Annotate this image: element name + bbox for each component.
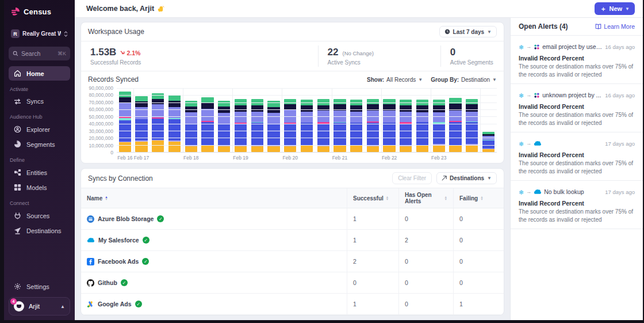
stacked-bar[interactable] bbox=[119, 92, 131, 152]
stacked-bar[interactable] bbox=[284, 99, 296, 153]
workspace-switcher[interactable]: R Really Great Worksp... bbox=[9, 26, 70, 41]
alert-item[interactable]: ❄→email project by user...16 days agoInv… bbox=[511, 36, 643, 84]
bar-slot bbox=[216, 88, 232, 152]
show-filter-dropdown[interactable]: Show: All Records ▼ bbox=[367, 77, 423, 83]
sidebar-item-destinations[interactable]: Destinations bbox=[9, 223, 70, 238]
group-by-label: Group By: bbox=[431, 77, 459, 83]
sidebar-item-explorer[interactable]: Explorer bbox=[9, 122, 70, 136]
x-tick-label bbox=[365, 155, 381, 161]
stat-top: 1.53B2.1% bbox=[90, 47, 309, 58]
stat-top: 22(No Change) bbox=[328, 47, 431, 58]
x-tick-label bbox=[414, 155, 431, 161]
stacked-bar[interactable] bbox=[201, 97, 213, 152]
sidebar-item-syncs[interactable]: Syncs bbox=[9, 94, 70, 108]
stacked-bar[interactable] bbox=[301, 100, 313, 152]
bar-segment-blue bbox=[449, 122, 461, 145]
stacked-bar[interactable] bbox=[317, 99, 329, 153]
user-menu[interactable]: 4 Arjit ▲ bbox=[9, 297, 70, 316]
sidebar-item-settings[interactable]: Settings bbox=[9, 279, 70, 294]
alert-item[interactable]: ❄→unknown project by ...16 days agoInval… bbox=[511, 84, 643, 132]
bar-slot bbox=[298, 88, 315, 152]
sidebar-item-label: Segments bbox=[26, 141, 55, 148]
stacked-bar[interactable] bbox=[416, 100, 428, 152]
y-tick-label: 10,000,000 bbox=[89, 143, 113, 149]
bar-segment-amber bbox=[251, 146, 263, 152]
census-logo[interactable]: Census bbox=[4, 0, 75, 22]
stacked-bar[interactable] bbox=[466, 99, 478, 153]
alert-sync-title: No bulk lookup bbox=[544, 188, 584, 195]
table-row[interactable]: My Salesforce✓120 bbox=[81, 230, 504, 251]
group-by-dropdown[interactable]: Group By: Destination ▼ bbox=[431, 77, 497, 83]
failing-cell: 0 bbox=[453, 208, 504, 229]
sidebar-item-home[interactable]: Home bbox=[9, 66, 70, 81]
bar-segment-green bbox=[466, 99, 478, 105]
new-button[interactable]: ＋ New ▼ bbox=[595, 2, 635, 15]
usage-card-title: Workspace Usage bbox=[88, 28, 144, 36]
alerts-list: ❄→email project by user...16 days agoInv… bbox=[511, 36, 643, 229]
bar-segment-periwinkle bbox=[235, 112, 247, 123]
snowflake-icon: ❄ bbox=[519, 138, 524, 149]
gridline bbox=[117, 102, 497, 103]
sort-icon: ▲▼ bbox=[444, 196, 447, 200]
usage-stat: 1.53B2.1%Successful Records bbox=[81, 45, 318, 67]
bar-segment-amber bbox=[301, 146, 313, 152]
stacked-bar[interactable] bbox=[251, 99, 263, 153]
bar-segment-navy bbox=[317, 105, 329, 111]
bar-segment-blue bbox=[433, 124, 445, 145]
learn-more-link[interactable]: Learn More bbox=[595, 23, 635, 30]
bar-segment-blue bbox=[235, 124, 247, 146]
stacked-bar[interactable] bbox=[334, 99, 346, 153]
bar-segment-navy bbox=[251, 105, 263, 112]
bar-slot bbox=[414, 88, 431, 152]
stacked-bar[interactable] bbox=[350, 100, 362, 152]
stacked-bar[interactable] bbox=[482, 132, 494, 152]
table-row[interactable]: Github✓000 bbox=[81, 272, 504, 294]
alert-sync-title: unknown project by ... bbox=[542, 92, 601, 98]
bar-segment-blue bbox=[416, 122, 428, 145]
github-icon bbox=[87, 279, 94, 287]
trend-down-icon bbox=[120, 50, 125, 55]
snowflake-icon: ❄ bbox=[519, 140, 524, 147]
stacked-bar[interactable] bbox=[367, 99, 379, 153]
stacked-bar[interactable] bbox=[400, 100, 412, 152]
sidebar-item-entities[interactable]: Entities bbox=[9, 165, 70, 180]
table-row[interactable]: Azure Blob Storage✓100 bbox=[81, 208, 504, 230]
column-header-name[interactable]: Name▲▼ bbox=[81, 188, 347, 208]
alert-item[interactable]: ❄→17 days agoInvalid Record PercentThe s… bbox=[511, 132, 643, 181]
search-input[interactable]: Search ⌘K bbox=[9, 47, 70, 60]
day-separator bbox=[133, 88, 134, 152]
x-tick-label: Feb 18 bbox=[183, 155, 200, 161]
chevron-down-icon: ▼ bbox=[487, 29, 492, 35]
clear-filter-button[interactable]: Clear Filter bbox=[392, 172, 432, 184]
column-header-failing[interactable]: Failing▲▼ bbox=[453, 188, 504, 208]
stacked-bar[interactable] bbox=[235, 99, 247, 153]
bar-segment-green bbox=[367, 99, 379, 105]
table-row[interactable]: Google Ads✓101 bbox=[81, 294, 504, 315]
x-tick-label: Feb 23 bbox=[431, 155, 447, 161]
alert-timestamp: 16 days ago bbox=[605, 92, 635, 98]
sidebar-item-sources[interactable]: Sources bbox=[9, 208, 70, 223]
sidebar-item-segments[interactable]: Segments bbox=[9, 137, 70, 151]
column-header-has-open-alerts[interactable]: Has Open Alerts▲▼ bbox=[398, 188, 453, 208]
table-row[interactable]: Facebook Ads✓200 bbox=[81, 251, 504, 272]
workspace-usage-card: Workspace Usage Last 7 days ▼ 1.53B2.1%S… bbox=[80, 22, 504, 164]
bar-segment-navy bbox=[235, 105, 247, 112]
alert-description: The source or destination marks over 75%… bbox=[519, 63, 635, 78]
destinations-filter-button[interactable]: Destinations ▼ bbox=[436, 172, 497, 184]
stacked-bar[interactable] bbox=[449, 98, 461, 152]
table-header-row: Name▲▼Successful▲▼Has Open Alerts▲▼Faili… bbox=[81, 188, 504, 208]
y-tick-label: 70,000,000 bbox=[89, 100, 113, 105]
x-tick-label bbox=[249, 155, 266, 161]
alert-item[interactable]: ❄→No bulk lookup17 days agoInvalid Recor… bbox=[511, 181, 643, 229]
sidebar-item-models[interactable]: Models bbox=[9, 180, 70, 195]
bar-slot bbox=[447, 88, 464, 152]
bar-segment-green bbox=[119, 92, 131, 97]
azure-icon bbox=[87, 215, 94, 223]
column-header-successful[interactable]: Successful▲▼ bbox=[347, 188, 398, 208]
alert-name: Invalid Record Percent bbox=[519, 103, 635, 110]
date-range-button[interactable]: Last 7 days ▼ bbox=[439, 26, 497, 37]
project-icon bbox=[534, 92, 540, 98]
bar-segment-amber bbox=[367, 146, 379, 152]
stacked-bar[interactable] bbox=[433, 100, 445, 152]
stacked-bar[interactable] bbox=[383, 99, 395, 153]
